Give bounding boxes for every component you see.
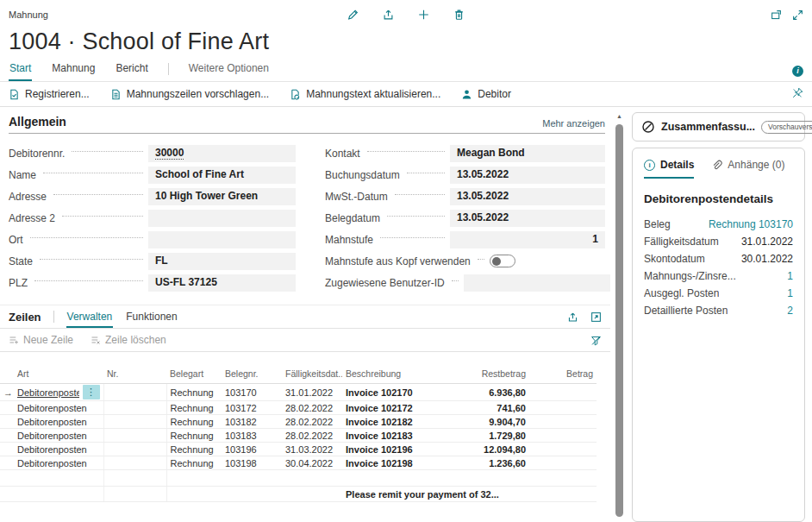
table-row[interactable]: Debitorenposten Rechnung 103172 28.02.20… [0, 401, 597, 415]
kontakt-field[interactable]: Meagan Bond [450, 145, 605, 162]
tab-anhaenge[interactable]: Anhänge (0) [711, 159, 784, 179]
mwst-datum-field[interactable]: 13.05.2022 [450, 188, 605, 205]
faelligkeitsdatum-value: 31.01.2022 [741, 236, 793, 248]
mahnungstext-aktualisieren-button[interactable]: Mahnungstext aktualisieren... [290, 88, 440, 100]
expand-button[interactable] [792, 9, 803, 21]
top-command-bar: Mahnung [0, 0, 812, 24]
field-label: Name [9, 169, 36, 181]
post-document-icon [9, 89, 20, 100]
mahnungszeilen-vorschlagen-button[interactable]: Mahnungszeilen vorschlagen... [110, 88, 269, 100]
pencil-icon [347, 9, 359, 21]
share-icon [383, 9, 395, 21]
vertical-scrollbar[interactable]: ▲ [614, 110, 625, 522]
unpin-icon [792, 87, 803, 98]
section-title-allgemein[interactable]: Allgemein [9, 115, 66, 129]
section-title-zeilen[interactable]: Zeilen [9, 311, 41, 324]
plz-field[interactable]: US-FL 37125 [148, 274, 296, 292]
debitorennr-field[interactable]: 30000 [148, 145, 296, 162]
tab-verwalten[interactable]: Verwalten [66, 306, 114, 328]
new-line-icon [9, 335, 19, 345]
tab-divider [168, 63, 169, 75]
tab-funktionen[interactable]: Funktionen [125, 306, 178, 328]
clear-filter-button[interactable] [590, 335, 602, 346]
dotted-leader [380, 237, 445, 238]
share-button[interactable] [383, 9, 395, 21]
dotted-leader [62, 216, 143, 217]
tab-start[interactable]: Start [9, 59, 32, 81]
unpin-button[interactable] [792, 87, 803, 98]
table-row[interactable]: Debitorenposten Rechnung 103198 30.04.20… [0, 456, 597, 470]
toggle-knob [492, 257, 501, 266]
tab-weitere-optionen[interactable]: Weitere Optionen [188, 59, 270, 81]
page-title: 1004 · School of Fine Art [9, 28, 269, 55]
tab-details[interactable]: i Details [644, 159, 694, 179]
tab-mahnung[interactable]: Mahnung [51, 59, 96, 81]
table-row[interactable]: → Debitorenposten⋮ Rechnung 103170 31.01… [0, 384, 597, 401]
info-outline-icon: i [644, 160, 655, 171]
neue-zeile-button[interactable]: Neue Zeile [9, 334, 73, 346]
dotted-leader [367, 151, 445, 152]
table-row[interactable]: Debitorenposten Rechnung 103196 31.03.20… [0, 443, 597, 456]
zeile-loeschen-button[interactable]: Zeile löschen [91, 334, 166, 346]
preview-badge: Vorschauversi... [761, 121, 812, 134]
action-bar: Registrieren... Mahnungszeilen vorschlag… [0, 82, 812, 107]
column-header-nr[interactable]: Nr. [103, 366, 166, 384]
factbox-row: Ausgegl. Posten 1 [644, 285, 793, 302]
debitor-button[interactable]: Debitor [461, 88, 511, 100]
buchungsdatum-field[interactable]: 13.05.2022 [450, 167, 605, 184]
edit-button[interactable] [347, 9, 359, 21]
column-header-restbetrag[interactable]: Restbetrag [443, 366, 529, 384]
adresse2-field[interactable] [148, 210, 296, 227]
scrollbar-thumb[interactable] [615, 124, 623, 517]
lines-open-in-new-button[interactable] [590, 311, 602, 323]
new-button[interactable] [418, 9, 430, 21]
clear-filter-icon [590, 335, 602, 346]
table-row[interactable]: Debitorenposten Rechnung 103183 28.02.20… [0, 429, 597, 443]
delete-button[interactable] [453, 9, 465, 21]
add-icon [418, 9, 430, 21]
empty-row [0, 470, 597, 487]
mehr-anzeigen-link[interactable]: Mehr anzeigen [542, 118, 605, 129]
mahnungs-zinsre-link[interactable]: 1 [787, 270, 793, 282]
column-header-belegart[interactable]: Belegart [166, 366, 222, 384]
info-icon[interactable]: i [792, 66, 803, 77]
zugewiesene-benutzer-id-field[interactable] [464, 274, 610, 292]
dotted-leader [53, 194, 143, 195]
factbox-pane: Zusammenfassu... Vorschauversi... i Deta… [632, 112, 805, 522]
mahnstufe-field[interactable]: 1 [450, 231, 605, 248]
column-header-faelligkeitsdatum[interactable]: Fälligkeitsdat... [282, 366, 342, 384]
mahnstufe-aus-kopf-toggle[interactable] [490, 255, 515, 267]
dotted-leader [43, 173, 143, 173]
dotted-leader [407, 173, 445, 173]
column-header-betrag[interactable]: Betrag [529, 366, 597, 384]
scroll-up-button[interactable]: ▲ [614, 110, 625, 123]
factbox-row: Detaillierte Posten 2 [644, 302, 793, 319]
dotted-leader [452, 280, 459, 281]
registrieren-button[interactable]: Registrieren... [9, 88, 90, 100]
fasttab-zeilen: Zeilen Verwalten Funktionen Neue Zeile Z… [0, 305, 610, 502]
column-header-belegnr[interactable]: Belegnr. [222, 366, 282, 384]
dotted-leader [40, 259, 143, 260]
column-header-art[interactable]: Art [14, 366, 103, 384]
column-header-beschreibung[interactable]: Beschreibung [342, 366, 443, 384]
ort-field[interactable] [148, 231, 296, 248]
skontodatum-value: 30.01.2022 [741, 253, 793, 265]
belegdatum-field[interactable]: 13.05.2022 [450, 210, 605, 227]
lines-share-button[interactable] [567, 311, 578, 323]
tab-bericht[interactable]: Bericht [115, 59, 148, 81]
field-label: Kontakt [325, 148, 360, 160]
popout-button[interactable] [771, 9, 782, 21]
beleg-link[interactable]: Rechnung 103170 [709, 218, 793, 230]
field-label: Belegdatum [325, 212, 380, 224]
name-field[interactable]: School of Fine Art [148, 167, 296, 184]
factbox-row: Fälligkeitsdatum 31.01.2022 [644, 233, 793, 250]
row-menu-button[interactable]: ⋮ [83, 385, 100, 399]
table-row[interactable]: Debitorenposten Rechnung 103182 28.02.20… [0, 415, 597, 429]
delete-icon [453, 9, 465, 21]
state-field[interactable]: FL [148, 253, 296, 270]
detaillierte-posten-link[interactable]: 2 [787, 305, 793, 317]
summary-card[interactable]: Zusammenfassu... Vorschauversi... [632, 112, 805, 142]
factbox-heading: Debitorenpostendetails [644, 192, 793, 205]
adresse-field[interactable]: 10 High Tower Green [148, 188, 296, 205]
ausgegl-posten-link[interactable]: 1 [787, 287, 793, 299]
